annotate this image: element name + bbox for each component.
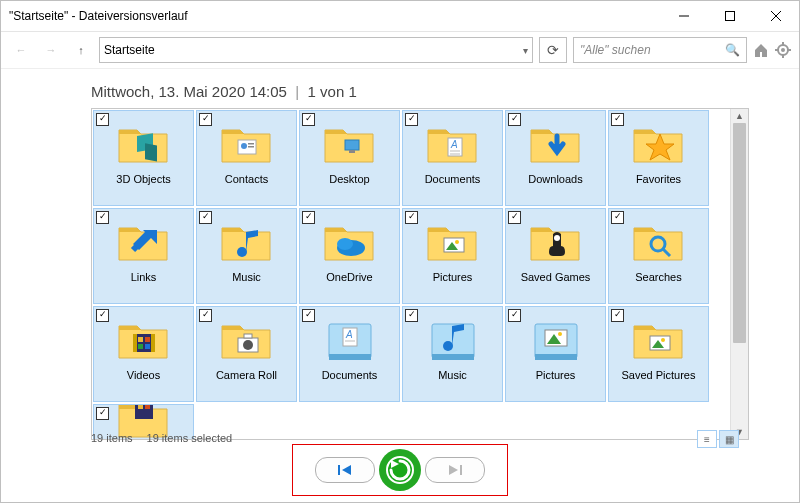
home-icon[interactable] [753,42,769,58]
back-button[interactable]: ← [9,38,33,62]
checkbox-icon[interactable]: ✓ [508,309,521,322]
folder-item[interactable]: ✓ 3D Objects [93,110,194,206]
up-button[interactable]: ↑ [69,38,93,62]
item-label: Documents [300,369,399,382]
checkbox-icon[interactable]: ✓ [508,211,521,224]
minimize-button[interactable] [661,1,707,31]
svg-rect-42 [244,334,252,338]
forward-button[interactable]: → [39,38,63,62]
checkbox-icon[interactable]: ✓ [199,309,212,322]
folder-item[interactable]: ✓ Downloads [505,110,606,206]
items-panel: ✓ 3D Objects✓ Contacts✓ Desktop✓ A Docum… [91,108,749,440]
svg-rect-53 [535,354,577,360]
refresh-button[interactable]: ⟳ [539,37,567,63]
checkbox-icon[interactable]: ✓ [405,211,418,224]
item-label: Favorites [609,173,708,186]
status-bar: 19 items 19 items selected [91,432,232,444]
folder-item[interactable]: ✓ A Documents [299,306,400,402]
checkbox-icon[interactable]: ✓ [199,211,212,224]
checkbox-icon[interactable]: ✓ [611,309,624,322]
checkbox-icon[interactable]: ✓ [302,113,315,126]
svg-rect-17 [349,150,355,153]
checkbox-icon[interactable]: ✓ [508,113,521,126]
vertical-scrollbar[interactable]: ▲ ▼ [730,109,748,439]
item-label: Pictures [506,369,605,382]
toolbar: ← → ↑ Startseite ▾ ⟳ "Alle" suchen 🔍 [1,32,799,69]
svg-rect-40 [145,344,150,349]
restore-button[interactable] [379,449,421,491]
folder-item[interactable]: ✓ Pictures [402,208,503,304]
svg-rect-36 [151,334,155,352]
svg-marker-64 [342,465,351,475]
item-count: 19 items [91,432,133,444]
folder-item[interactable]: ✓ Desktop [299,110,400,206]
search-icon: 🔍 [725,43,740,57]
next-version-button[interactable] [425,457,485,483]
version-position: 1 von 1 [308,83,357,100]
details-view-button[interactable]: ≡ [697,430,717,448]
address-dropdown-icon[interactable]: ▾ [523,45,528,56]
scroll-up-icon[interactable]: ▲ [731,109,748,123]
folder-item[interactable]: ✓ Favorites [608,110,709,206]
item-label: Searches [609,271,708,284]
svg-point-25 [237,247,247,257]
svg-point-13 [241,143,247,149]
svg-marker-67 [449,465,458,475]
folder-item[interactable]: ✓ Searches [608,208,709,304]
svg-rect-11 [145,143,157,161]
svg-point-31 [554,235,560,241]
search-box[interactable]: "Alle" suchen 🔍 [573,37,747,63]
folder-item[interactable]: ✓ Camera Roll [196,306,297,402]
checkbox-icon[interactable]: ✓ [405,113,418,126]
checkbox-icon[interactable]: ✓ [302,309,315,322]
svg-rect-14 [248,143,254,145]
folder-item[interactable]: ✓ OneDrive [299,208,400,304]
checkbox-icon[interactable]: ✓ [96,309,109,322]
previous-version-button[interactable] [315,457,375,483]
selected-count: 19 items selected [147,432,233,444]
folder-item[interactable]: ✓ Saved Pictures [608,306,709,402]
address-bar[interactable]: Startseite ▾ [99,37,533,63]
folder-item[interactable]: ✓ A Documents [402,110,503,206]
svg-text:A: A [450,139,458,150]
svg-rect-62 [145,404,150,409]
settings-icon[interactable] [775,42,791,58]
item-label: Camera Roll [197,369,296,382]
item-label: Music [403,369,502,382]
checkbox-icon[interactable]: ✓ [611,113,624,126]
item-label: Documents [403,173,502,186]
folder-item[interactable]: ✓ Saved Games [505,208,606,304]
item-label: Videos [94,369,193,382]
item-label: Links [94,271,193,284]
checkbox-icon[interactable]: ✓ [405,309,418,322]
checkbox-icon[interactable]: ✓ [96,211,109,224]
checkbox-icon[interactable]: ✓ [302,211,315,224]
svg-point-5 [781,48,785,52]
separator: | [291,83,307,100]
folder-item[interactable]: ✓ Pictures [505,306,606,402]
folder-item[interactable]: ✓ Contacts [196,110,297,206]
folder-item[interactable]: ✓ Music [402,306,503,402]
item-label: Saved Games [506,271,605,284]
item-label: Contacts [197,173,296,186]
checkbox-icon[interactable]: ✓ [96,407,109,420]
scroll-thumb[interactable] [733,123,746,343]
window-controls [661,1,799,31]
items-grid[interactable]: ✓ 3D Objects✓ Contacts✓ Desktop✓ A Docum… [92,109,730,439]
folder-item[interactable]: ✓ Links [93,208,194,304]
checkbox-icon[interactable]: ✓ [199,113,212,126]
version-date: Mittwoch, 13. Mai 2020 14:05 [91,83,287,100]
maximize-button[interactable] [707,1,753,31]
item-label: 3D Objects [94,173,193,186]
icons-view-button[interactable]: ▦ [719,430,739,448]
svg-point-59 [661,338,665,342]
checkbox-icon[interactable]: ✓ [611,211,624,224]
svg-rect-34 [135,334,153,352]
folder-item[interactable]: ✓ Music [196,208,297,304]
folder-item[interactable]: ✓ Videos [93,306,194,402]
svg-point-30 [455,240,459,244]
svg-point-27 [337,238,353,250]
checkbox-icon[interactable]: ✓ [96,113,109,126]
close-button[interactable] [753,1,799,31]
svg-rect-45 [329,354,371,360]
